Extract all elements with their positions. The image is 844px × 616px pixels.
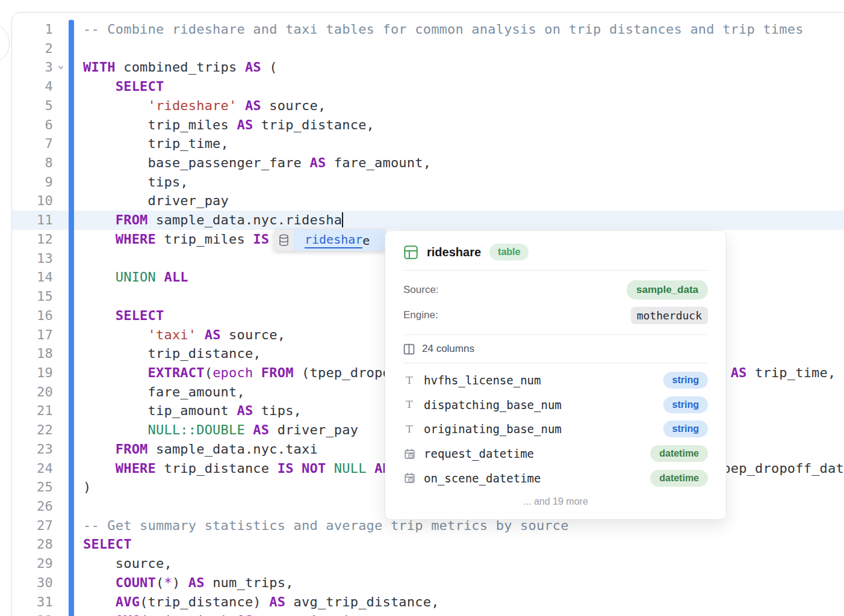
code-text[interactable]: COUNT(*) AS num_trips,: [83, 573, 844, 593]
code-text[interactable]: -- Combine rideshare and taxi tables for…: [83, 20, 844, 39]
token: [83, 442, 116, 457]
line-number: 15: [12, 287, 53, 306]
token: num_trips,: [205, 575, 294, 590]
token: avg_trip_time,: [253, 613, 374, 616]
autocomplete-popup: rideshare: [274, 230, 386, 251]
code-line[interactable]: 29 source,: [12, 554, 844, 573]
token: epoch: [213, 365, 253, 380]
code-line[interactable]: 7 trip_time,: [12, 134, 844, 153]
info-value-badge: motherduck: [631, 307, 708, 324]
change-bar: [69, 611, 74, 616]
token: AS: [245, 98, 261, 113]
token: (: [156, 575, 164, 590]
token: [156, 270, 164, 285]
code-text[interactable]: tips,: [83, 173, 844, 192]
line-number: 26: [12, 497, 53, 516]
code-line[interactable]: 2: [12, 39, 844, 58]
fold-slot: [53, 211, 69, 230]
token: [326, 461, 334, 476]
column-row: on_scene_datetimedatetime: [403, 466, 708, 490]
line-number: 8: [12, 153, 53, 173]
token: AVG: [116, 613, 140, 616]
code-text[interactable]: [83, 39, 844, 58]
text-type-icon-wrap: T: [403, 424, 415, 434]
line-number: 21: [12, 401, 53, 420]
token: COUNT: [116, 575, 156, 590]
code-line[interactable]: 28SELECT: [12, 535, 844, 554]
code-line[interactable]: 8 base_passenger_fare AS fare_amount,: [12, 153, 844, 173]
token: [196, 327, 204, 342]
code-text[interactable]: FROM sample_data.nyc.ridesha: [83, 211, 844, 230]
type-badge: string: [663, 420, 708, 437]
fold-slot: [53, 363, 69, 383]
line-number: 9: [12, 173, 53, 192]
text-type-icon: T: [406, 399, 412, 410]
change-bar: [69, 363, 74, 383]
gutter-gap: [74, 593, 83, 612]
code-line[interactable]: 1-- Combine rideshare and taxi tables fo…: [12, 20, 844, 39]
change-bar: [69, 287, 74, 306]
more-columns-label: ... and 19 more: [403, 490, 708, 519]
token: [83, 422, 148, 437]
token: [367, 461, 374, 476]
token: AVG: [116, 594, 140, 609]
token: [83, 212, 116, 227]
code-line[interactable]: 6 trip_miles AS trip_distance,: [12, 116, 844, 135]
token: driver_pay: [83, 193, 229, 208]
autocomplete-item-rideshare[interactable]: rideshare: [294, 230, 386, 251]
collapsed-side-button[interactable]: [0, 23, 10, 64]
token: ): [83, 479, 91, 494]
token: AS: [731, 365, 747, 380]
change-bar: [69, 153, 74, 173]
code-line[interactable]: 30 COUNT(*) AS num_trips,: [12, 573, 844, 593]
fold-slot[interactable]: [53, 58, 69, 77]
code-line[interactable]: 11 FROM sample_data.nyc.ridesha: [12, 211, 844, 230]
code-text[interactable]: WITH combined_trips AS (: [83, 58, 844, 77]
line-number: 1: [12, 20, 53, 39]
gutter-gap: [74, 478, 83, 497]
token: sample_data.nyc.taxi: [148, 442, 318, 457]
code-line[interactable]: 10 driver_pay: [12, 191, 844, 211]
line-number: 17: [12, 325, 53, 345]
token: NULL: [334, 461, 367, 476]
token: (trip_time): [140, 613, 237, 616]
token: SELECT: [83, 537, 132, 552]
code-text[interactable]: source,: [83, 554, 844, 573]
change-bar: [69, 325, 74, 345]
code-text[interactable]: trip_miles AS trip_distance,: [83, 116, 844, 135]
line-number: 4: [12, 77, 53, 96]
code-text[interactable]: 'rideshare' AS source,: [83, 96, 844, 116]
fold-slot: [53, 535, 69, 554]
code-text[interactable]: SELECT: [83, 77, 844, 96]
gutter-gap: [74, 611, 83, 616]
code-text[interactable]: AVG(trip_distance) AS avg_trip_distance,: [83, 593, 844, 612]
line-number: 24: [12, 459, 53, 478]
type-badge: string: [663, 372, 708, 389]
code-line[interactable]: 32 AVG(trip_time) AS avg_trip_time,: [12, 611, 844, 616]
table-icon: [403, 245, 418, 260]
fold-slot: [53, 230, 69, 249]
fold-chevron-icon[interactable]: [57, 63, 65, 72]
change-bar: [69, 420, 74, 440]
code-line[interactable]: 31 AVG(trip_distance) AS avg_trip_distan…: [12, 593, 844, 612]
change-bar: [69, 573, 74, 593]
code-text[interactable]: SELECT: [83, 535, 844, 554]
column-name: originating_base_num: [424, 422, 663, 436]
code-text[interactable]: base_passenger_fare AS fare_amount,: [83, 153, 844, 173]
code-text[interactable]: trip_time,: [83, 134, 844, 153]
change-bar: [69, 96, 74, 116]
gutter-gap: [74, 344, 83, 363]
code-text[interactable]: AVG(trip_time) AS avg_trip_time,: [83, 611, 844, 616]
gutter-gap: [74, 230, 83, 249]
code-text[interactable]: driver_pay: [83, 191, 844, 211]
token: [83, 575, 116, 590]
code-line[interactable]: 5 'rideshare' AS source,: [12, 96, 844, 116]
code-line[interactable]: 4 SELECT: [12, 77, 844, 96]
code-line[interactable]: 3WITH combined_trips AS (: [12, 58, 844, 77]
gutter-gap: [74, 211, 83, 230]
change-bar: [69, 535, 74, 554]
gutter-gap: [74, 96, 83, 116]
fold-slot: [53, 153, 69, 173]
fold-slot: [53, 611, 69, 616]
code-line[interactable]: 9 tips,: [12, 173, 844, 192]
